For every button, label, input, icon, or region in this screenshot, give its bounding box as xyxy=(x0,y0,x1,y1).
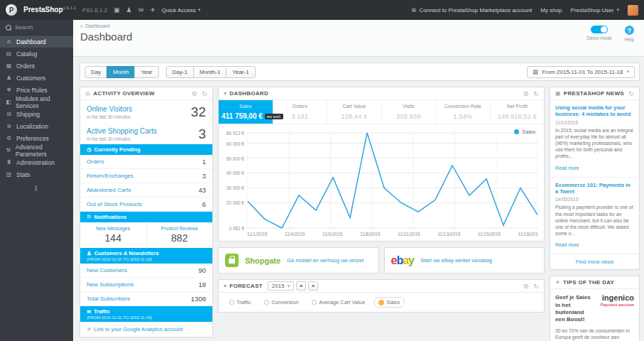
metric-cart-value[interactable]: Cart Value 129,44 € xyxy=(327,100,382,124)
online-visitors-link[interactable]: Online Visitors xyxy=(87,105,132,113)
filter-month-button[interactable]: Month xyxy=(107,66,135,78)
pending-section-header: ◷Currently Pending xyxy=(80,144,212,155)
forecast-year-select[interactable]: 2015 ▾ xyxy=(268,281,295,291)
y-axis-tick: 60 000 € xyxy=(227,141,244,146)
gear-icon[interactable]: ⚙ xyxy=(523,90,529,97)
metric-sales[interactable]: Sales 411 759,00 €tax excl. xyxy=(219,100,273,124)
chart-legend[interactable]: Sales xyxy=(514,129,535,135)
gear-icon[interactable]: ⚙ xyxy=(192,90,197,97)
active-carts-value: 3 xyxy=(198,127,206,141)
forecast-legend-conversion[interactable]: Conversion xyxy=(259,297,303,308)
sidebar-item-label: Preferences xyxy=(16,135,49,142)
user-menu[interactable]: PrestaShop User▾ xyxy=(571,7,619,13)
sidebar-item-customers[interactable]: ♟Customers xyxy=(0,72,73,84)
legend-dot xyxy=(312,300,317,305)
filter-day-button[interactable]: Day xyxy=(84,66,107,78)
activity-icon: ◎ xyxy=(85,90,90,97)
filter-month-minus-1-button[interactable]: Month-1 xyxy=(193,66,227,78)
x-axis-tick: 11/6/2015 xyxy=(322,232,342,237)
filter-year-minus-1-button[interactable]: Year-1 xyxy=(226,66,255,78)
sidebar-item-price-rules[interactable]: ❖Price Rules xyxy=(0,84,73,96)
sidebar-item-orders[interactable]: ▦Orders xyxy=(0,60,73,72)
out-of-stock-value: 6 xyxy=(202,200,206,208)
forecast-legend-average-cart-value[interactable]: Average Cart Value xyxy=(307,297,370,308)
pending-orders-row: Orders1 xyxy=(80,155,212,169)
refresh-icon[interactable]: ↻ xyxy=(202,90,207,97)
page-title: Dashboard xyxy=(73,28,644,43)
news-headline-link[interactable]: Using social media for your business: 4 … xyxy=(555,104,634,118)
preferences-icon: ⚙ xyxy=(6,135,12,141)
forecast-next-button[interactable]: » xyxy=(308,281,318,291)
news-excerpt: In 2015, social media are an integral pa… xyxy=(555,127,634,160)
panel-caret-icon[interactable]: ▾ xyxy=(224,283,227,289)
collapse-sidebar-button[interactable]: ‖ xyxy=(0,185,73,193)
active-carts-link[interactable]: Active Shopping Carts xyxy=(87,127,157,135)
read-more-link[interactable]: Read more xyxy=(555,166,579,170)
panel-caret-icon[interactable]: ▾ xyxy=(224,90,227,97)
sidebar-item-administration[interactable]: ♜Administration xyxy=(0,156,73,168)
sidebar-item-advanced-parameters[interactable]: ⚒Advanced Parameters xyxy=(0,144,73,156)
localization-icon: ⊕ xyxy=(6,123,12,129)
metrics-row: Sales 411 759,00 €tax excl. Orders 3 181… xyxy=(219,100,544,124)
product-reviews-cell[interactable]: Product Reviews 882 xyxy=(146,222,213,248)
panel-title: PRESTASHOP NEWS xyxy=(564,90,624,97)
new-subscriptions-link[interactable]: New Subscriptions xyxy=(87,281,133,288)
y-axis-tick: 3 082 € xyxy=(229,226,244,231)
pending-returns-value: 3 xyxy=(202,172,206,180)
shopgate-promo-link[interactable]: Ga mobiel en verhoog uw omzet xyxy=(287,257,364,264)
rocket-icon[interactable]: ✈ xyxy=(150,6,155,13)
date-range-picker[interactable]: ▦ From 2015-11-01 To 2015-11-18 ▾ xyxy=(527,66,635,78)
panel-title: DASHBOARD xyxy=(229,90,268,97)
traffic-section-subtitle: (FROM 2015-11-01 TO 2015-11-18) xyxy=(87,315,206,320)
filter-day-minus-1-button[interactable]: Day-1 xyxy=(166,66,194,78)
new-messages-cell[interactable]: New Messages 144 xyxy=(80,222,146,248)
metric-net-profit[interactable]: Net Profit 148 918,51 € xyxy=(491,100,545,124)
ebay-promo-link[interactable]: Start uw eBay-winkel vandaag xyxy=(420,257,492,264)
pending-returns-link[interactable]: Return/Exchanges xyxy=(87,173,133,179)
help-icon[interactable]: ? xyxy=(625,26,634,35)
metric-orders[interactable]: Orders 3 181 xyxy=(273,100,328,124)
forecast-legend-sales[interactable]: Sales xyxy=(373,297,405,308)
tips-headline: Geef je Sales in het buitenland een Boos… xyxy=(555,294,594,324)
refresh-icon[interactable]: ↻ xyxy=(533,90,539,97)
forecast-legend-traffic[interactable]: Traffic xyxy=(224,297,256,308)
find-more-news-link[interactable]: Find more news xyxy=(550,254,639,269)
out-of-stock-link[interactable]: Out of Stock Products xyxy=(87,201,142,207)
pending-orders-link[interactable]: Orders xyxy=(87,158,104,165)
quick-access-menu[interactable]: Quick Access▾ xyxy=(162,7,201,13)
sidebar-item-preferences[interactable]: ⚙Preferences xyxy=(0,132,73,144)
online-visitors-value: 32 xyxy=(191,105,206,119)
gear-icon[interactable]: ⚙ xyxy=(523,283,529,290)
envelope-icon[interactable]: ✉ xyxy=(138,6,144,13)
sidebar-item-stats[interactable]: ▥Stats xyxy=(0,168,73,180)
new-messages-value: 144 xyxy=(82,232,145,244)
marketplace-link[interactable]: ⊕Connect to PrestaShop Marketplace accou… xyxy=(411,6,532,13)
sidebar-item-modules[interactable]: ◧Modules and Services xyxy=(0,96,73,108)
user-avatar[interactable] xyxy=(628,5,638,16)
cart-icon[interactable]: ▣ xyxy=(114,6,120,13)
forecast-prev-button[interactable]: « xyxy=(296,281,306,291)
sidebar-item-dashboard[interactable]: ⌂Dashboard xyxy=(0,36,73,48)
news-headline-link[interactable]: Ecommerce 101: Payments in a Tweet xyxy=(555,182,634,195)
abandoned-carts-link[interactable]: Abandoned Carts xyxy=(87,187,131,193)
my-shop-link[interactable]: My shop xyxy=(540,7,562,13)
prestashop-logo[interactable]: P xyxy=(6,4,17,16)
refresh-icon[interactable]: ↻ xyxy=(533,283,539,290)
sales-chart: 3 082 €20 000 €30 000 €40 000 €50 000 €6… xyxy=(219,124,544,229)
ingenico-logo: ingenico Payment services xyxy=(598,294,634,307)
sidebar-item-catalog[interactable]: ▤Catalog xyxy=(0,48,73,60)
sidebar-item-shipping[interactable]: ⊞Shipping xyxy=(0,108,73,120)
filter-year-button[interactable]: Year xyxy=(134,66,158,78)
sidebar-item-label: Localization xyxy=(16,123,48,130)
sidebar-item-localization[interactable]: ⊕Localization xyxy=(0,120,73,132)
metric-visits[interactable]: Visits 205 939 xyxy=(382,100,437,124)
person-icon[interactable]: ♟ xyxy=(126,6,132,13)
search-input[interactable] xyxy=(15,24,65,31)
refresh-icon[interactable]: ↻ xyxy=(628,90,634,97)
metric-conversion-rate[interactable]: Conversion Rate 1.54% xyxy=(436,100,491,124)
new-customers-link[interactable]: New Customers xyxy=(87,267,127,274)
google-analytics-link[interactable]: ⇗ Link to your Google Analytics account xyxy=(80,322,212,337)
total-subscribers-link[interactable]: Total Subscribers xyxy=(87,296,130,302)
demo-mode-toggle[interactable] xyxy=(591,26,608,33)
read-more-link[interactable]: Read more xyxy=(555,242,579,247)
